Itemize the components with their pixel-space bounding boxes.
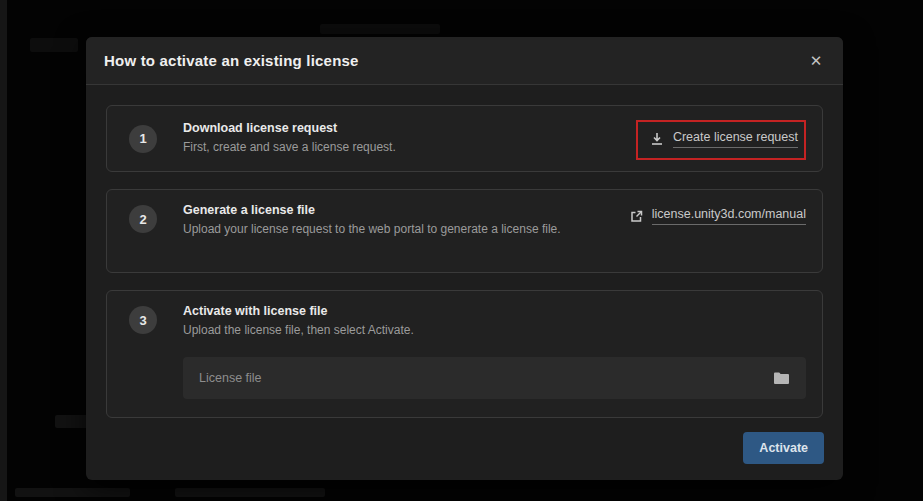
dimmed-background-artifact [15,488,130,497]
dialog-header: How to activate an existing license ✕ [86,37,843,85]
license-portal-link[interactable]: license.unity3d.com/manual [630,207,806,225]
license-file-input[interactable]: License file [183,357,806,399]
step-title: Activate with license file [183,304,806,318]
activate-button[interactable]: Activate [743,432,824,464]
dialog-footer: Activate [743,432,824,464]
activate-license-dialog: How to activate an existing license ✕ 1 … [86,37,843,480]
step-title: Download license request [183,121,650,135]
step-description: Upload your license request to the web p… [183,221,628,238]
dialog-title: How to activate an existing license [104,52,359,69]
dimmed-background-edge [0,0,7,501]
license-file-placeholder: License file [199,371,262,385]
dimmed-background-artifact [30,38,78,52]
step-number-badge: 3 [129,306,157,334]
create-license-request-link[interactable]: Create license request [650,130,798,148]
step-card-download-request: 1 Download license request First, create… [106,105,823,172]
folder-icon[interactable] [773,371,790,385]
step-card-generate-file: 2 Generate a license file Upload your li… [106,189,823,273]
dialog-body: 1 Download license request First, create… [86,85,843,438]
dimmed-background-artifact [320,24,440,34]
action-link-label: license.unity3d.com/manual [652,207,806,225]
close-icon[interactable]: ✕ [803,48,829,74]
external-link-icon [630,210,643,223]
step-description: First, create and save a license request… [183,139,650,156]
step-title: Generate a license file [183,203,630,217]
step-number-badge: 2 [129,205,157,233]
dimmed-background-artifact [175,488,325,497]
step-description: Upload the license file, then select Act… [183,322,806,339]
step-card-activate-file: 3 Activate with license file Upload the … [106,290,823,418]
download-icon [650,132,664,146]
action-link-label: Create license request [673,130,798,148]
step-number-badge: 1 [129,125,157,153]
